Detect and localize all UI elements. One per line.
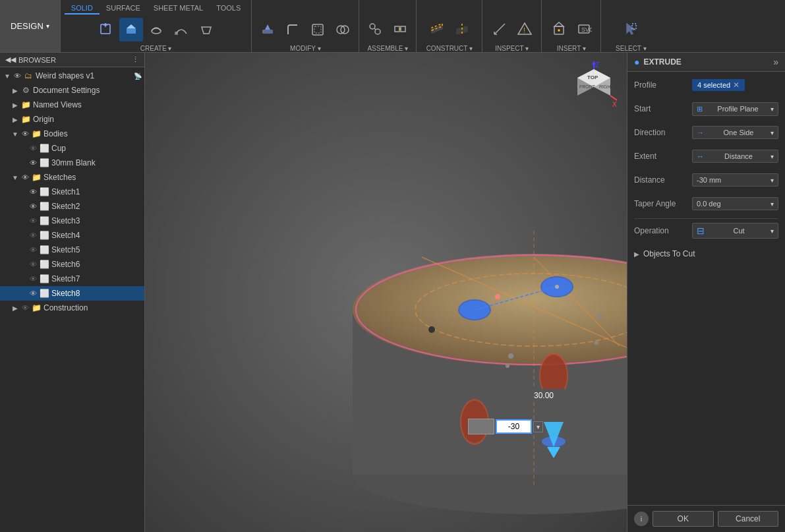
as-built-joint-icon[interactable] xyxy=(388,17,412,41)
toggle-named-views[interactable]: ▶ xyxy=(11,102,20,109)
tree-item-sketch4[interactable]: 👁 ⬜ Sketch4 xyxy=(0,228,144,243)
direction-select[interactable]: → One Side ▾ xyxy=(692,126,778,139)
measure-icon[interactable] xyxy=(488,17,511,41)
tree-item-sketch7[interactable]: 👁 ⬜ Sketch7 xyxy=(0,272,144,286)
eye-root[interactable]: 👁 xyxy=(12,72,22,80)
extrude-icon[interactable] xyxy=(119,18,143,42)
loft-icon[interactable] xyxy=(194,18,218,42)
tree-item-sketch1[interactable]: 👁 ⬜ Sketch1 xyxy=(0,185,144,199)
objects-to-cut-label: Objects To Cut xyxy=(643,249,695,258)
shell-icon[interactable] xyxy=(306,18,330,42)
tree-item-sketch3[interactable]: 👁 ⬜ Sketch3 xyxy=(0,214,144,228)
construct-label[interactable]: CONSTRUCT ▾ xyxy=(426,45,473,52)
tree-item-cup[interactable]: 👁 ⬜ Cup xyxy=(0,141,144,156)
insert-label[interactable]: INSERT ▾ xyxy=(557,45,586,52)
tree-item-root[interactable]: ▼ 👁 🗂 Weird shapes v1 📡 xyxy=(0,69,144,83)
operation-select-text: Cut xyxy=(733,227,744,235)
create-label[interactable]: CREATE ▾ xyxy=(140,45,172,52)
tab-surface[interactable]: SURFACE xyxy=(100,3,147,15)
viewport[interactable]: 30.00 ▾ Z X xyxy=(145,53,627,532)
eye-sk3[interactable]: 👁 xyxy=(28,217,38,225)
toggle-bodies[interactable]: ▼ xyxy=(11,131,20,138)
extrude-title-text: EXTRUDE xyxy=(643,57,681,67)
revolve-icon[interactable] xyxy=(144,18,168,42)
joint-icon[interactable] xyxy=(363,17,387,41)
dimension-dropdown-btn[interactable]: ▾ xyxy=(533,421,543,432)
sketches-folder-icon: 📁 xyxy=(30,173,42,182)
profile-chip-clear[interactable]: ✕ xyxy=(733,80,740,90)
profile-chip[interactable]: 4 selected ✕ xyxy=(692,79,745,91)
toggle-root[interactable]: ▼ xyxy=(3,73,12,80)
extent-select[interactable]: ↔ Distance ▾ xyxy=(692,150,778,163)
tree-item-construction[interactable]: ▶ 👁 📁 Construction xyxy=(0,301,144,315)
tree-item-bodies[interactable]: ▼ 👁 📁 Bodies xyxy=(0,127,144,141)
eye-sk8[interactable]: 👁 xyxy=(28,289,38,297)
taper-angle-select[interactable]: 0.0 deg ▾ xyxy=(692,197,778,210)
eye-sk5[interactable]: 👁 xyxy=(28,246,38,254)
tree-item-origin[interactable]: ▶ 📁 Origin xyxy=(0,112,144,127)
tree-item-named-views[interactable]: ▶ 📁 Named Views xyxy=(0,98,144,112)
design-button[interactable]: DESIGN ▾ xyxy=(0,0,61,52)
tree-item-sketches[interactable]: ▼ 👁 📁 Sketches xyxy=(0,170,144,185)
sketch5-icon: ⬜ xyxy=(38,245,50,254)
tree-item-doc-settings[interactable]: ▶ ⚙ Document Settings xyxy=(0,83,144,98)
operation-select[interactable]: ⊟ Cut ▾ xyxy=(692,223,778,239)
taper-chevron-icon: ▾ xyxy=(770,200,774,208)
eye-sk7[interactable]: 👁 xyxy=(28,275,38,283)
press-pull-icon[interactable] xyxy=(256,18,279,42)
select-label[interactable]: SELECT ▾ xyxy=(616,45,647,52)
eye-cup[interactable]: 👁 xyxy=(28,144,38,152)
eye-sketches[interactable]: 👁 xyxy=(20,173,30,181)
insert-mesh-icon[interactable] xyxy=(547,17,571,41)
eye-bodies[interactable]: 👁 xyxy=(20,130,30,138)
panel-expand-btn[interactable]: » xyxy=(773,57,778,67)
sweep-icon[interactable] xyxy=(169,18,193,42)
eye-sk2[interactable]: 👁 xyxy=(28,202,38,210)
select-icon[interactable] xyxy=(619,17,643,41)
tab-tools[interactable]: TOOLS xyxy=(210,3,247,15)
eye-construction[interactable]: 👁 xyxy=(20,304,30,312)
browser-header[interactable]: ◀◀ BROWSER ⋮ xyxy=(0,53,144,67)
decal-icon[interactable]: SVG xyxy=(572,17,596,41)
interference-icon[interactable]: ! xyxy=(513,17,537,41)
eye-sk1[interactable]: 👁 xyxy=(28,188,38,196)
assemble-label[interactable]: ASSEMBLE ▾ xyxy=(367,45,408,52)
eye-sk6[interactable]: 👁 xyxy=(28,260,38,268)
extrude-icon-header: ● xyxy=(634,57,639,67)
ok-button[interactable]: OK xyxy=(653,511,714,527)
offset-plane-icon[interactable] xyxy=(425,17,449,41)
toggle-sketches[interactable]: ▼ xyxy=(11,174,20,181)
toggle-doc[interactable]: ▶ xyxy=(11,87,20,94)
tree-item-sketch6[interactable]: 👁 ⬜ Sketch6 xyxy=(0,257,144,272)
modify-label[interactable]: MODIFY ▾ xyxy=(290,45,320,52)
objects-to-cut-row[interactable]: ▶ Objects To Cut xyxy=(634,245,778,262)
new-component-icon[interactable] xyxy=(94,18,118,42)
eye-sk4[interactable]: 👁 xyxy=(28,231,38,239)
orientation-cube[interactable]: Z X TOP FRONT RIGHT xyxy=(567,59,620,112)
toggle-origin[interactable]: ▶ xyxy=(11,116,20,123)
inspect-label[interactable]: INSPECT ▾ xyxy=(495,45,529,52)
distance-select[interactable]: -30 mm ▾ xyxy=(692,173,778,187)
tree-label-sketch3: Sketch3 xyxy=(51,216,142,225)
start-select[interactable]: ⊞ Profile Plane ▾ xyxy=(692,102,778,116)
combine-icon[interactable] xyxy=(331,18,355,42)
design-label: DESIGN xyxy=(11,21,44,31)
tab-solid[interactable]: SOLID xyxy=(65,3,100,15)
tree-item-sketch8[interactable]: 👁 ⬜ Sketch8 xyxy=(0,286,144,301)
svg-point-59 xyxy=(508,353,513,359)
toggle-construction[interactable]: ▶ xyxy=(11,305,20,312)
tree-label-construction: Construction xyxy=(44,303,142,312)
fillet-icon[interactable] xyxy=(281,18,305,42)
info-button[interactable]: i xyxy=(634,512,649,526)
tab-sheet-metal[interactable]: SHEET METAL xyxy=(147,3,210,15)
cancel-button[interactable]: Cancel xyxy=(718,511,779,527)
tree-label-sketch8: Sketch8 xyxy=(51,289,142,298)
tree-item-sketch2[interactable]: 👁 ⬜ Sketch2 xyxy=(0,199,144,214)
tree-item-sketch5[interactable]: 👁 ⬜ Sketch5 xyxy=(0,243,144,257)
tree-item-30mm-blank[interactable]: 👁 ⬜ 30mm Blank xyxy=(0,156,144,170)
eye-30mm[interactable]: 👁 xyxy=(28,159,38,167)
midplane-icon[interactable] xyxy=(450,17,474,41)
insert-icons: SVG xyxy=(547,15,596,44)
dimension-value-input[interactable] xyxy=(496,419,532,434)
distance-select-text: -30 mm xyxy=(697,176,721,184)
